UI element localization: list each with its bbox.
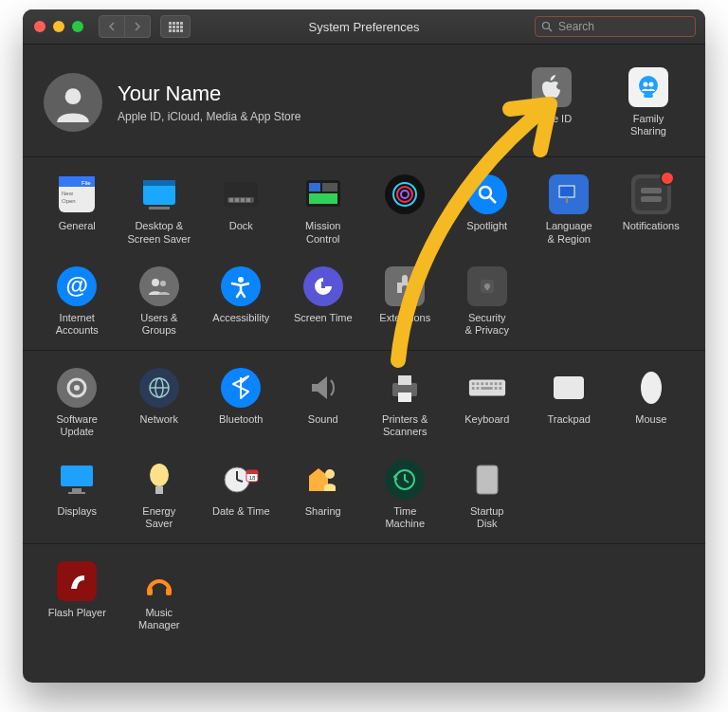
desktop-screensaver-item[interactable]: Desktop & Screen Saver xyxy=(123,174,195,245)
sharing-label: Sharing xyxy=(305,505,341,530)
siri-item[interactable] xyxy=(369,174,441,245)
svg-rect-57 xyxy=(494,382,497,385)
notifications-label: Notifications xyxy=(623,220,680,245)
accessibility-label: Accessibility xyxy=(212,312,269,337)
account-header: Your Name Apple ID, iCloud, Media & App … xyxy=(23,45,705,157)
svg-point-2 xyxy=(65,88,82,104)
users-groups-item[interactable]: Users & Groups xyxy=(123,266,195,337)
bluetooth-label: Bluetooth xyxy=(219,413,263,438)
svg-rect-82 xyxy=(166,588,172,595)
zoom-window-button[interactable] xyxy=(72,21,83,32)
language-label: Language & Region xyxy=(546,220,592,245)
screen-time-item[interactable]: Screen Time xyxy=(287,266,359,337)
sound-item[interactable]: Sound xyxy=(287,368,359,438)
forward-button[interactable] xyxy=(125,15,151,38)
flash-label: Flash Player xyxy=(48,607,106,631)
date-time-item[interactable]: 18 Date & Time xyxy=(205,460,277,530)
svg-rect-81 xyxy=(147,588,153,595)
grid-icon xyxy=(169,22,183,32)
user-avatar[interactable] xyxy=(44,73,102,132)
svg-point-37 xyxy=(160,281,166,286)
security-privacy-item[interactable]: Security & Privacy xyxy=(451,266,523,337)
keyboard-item[interactable]: Keyboard xyxy=(451,368,523,438)
flash-icon xyxy=(57,561,97,601)
at-icon: @ xyxy=(57,266,97,306)
search-icon xyxy=(541,21,553,32)
energy-saver-item[interactable]: Energy Saver xyxy=(123,460,195,530)
svg-rect-75 xyxy=(246,470,258,474)
mission-control-label: Mission Control xyxy=(305,220,340,245)
time-machine-label: Time Machine xyxy=(385,505,425,530)
svg-rect-14 xyxy=(149,207,170,210)
mission-control-item[interactable]: Mission Control xyxy=(287,174,359,245)
svg-rect-42 xyxy=(486,286,488,290)
printers-label: Printers & Scanners xyxy=(382,413,428,438)
minimize-window-button[interactable] xyxy=(53,21,64,32)
music-manager-icon xyxy=(139,561,179,601)
dock-icon xyxy=(221,174,261,214)
sharing-item[interactable]: Sharing xyxy=(287,460,359,530)
svg-rect-17 xyxy=(229,198,233,202)
extensions-item[interactable]: Extensions xyxy=(369,266,441,337)
extensions-label: Extensions xyxy=(379,312,430,337)
software-update-label: Software Update xyxy=(57,413,98,438)
time-machine-item[interactable]: Time Machine xyxy=(369,460,441,530)
svg-point-69 xyxy=(150,464,169,486)
trackpad-item[interactable]: Trackpad xyxy=(533,368,605,438)
close-window-button[interactable] xyxy=(34,21,46,32)
svg-text:18: 18 xyxy=(249,475,256,481)
search-input[interactable] xyxy=(556,19,702,34)
svg-rect-39 xyxy=(321,282,325,288)
svg-rect-56 xyxy=(490,382,493,385)
bluetooth-item[interactable]: Bluetooth xyxy=(205,368,277,438)
svg-point-5 xyxy=(649,82,654,87)
mouse-label: Mouse xyxy=(635,413,666,438)
mouse-icon xyxy=(631,368,671,408)
flash-player-item[interactable]: Flash Player xyxy=(41,561,113,631)
notifications-icon xyxy=(631,174,671,214)
general-item[interactable]: File New Open General xyxy=(41,174,113,245)
svg-rect-15 xyxy=(224,182,258,207)
sound-label: Sound xyxy=(308,413,338,438)
show-all-button[interactable] xyxy=(160,15,191,38)
apple-id-item[interactable]: Apple ID xyxy=(516,67,588,137)
svg-point-28 xyxy=(480,187,491,198)
spotlight-item[interactable]: Spotlight xyxy=(451,174,523,245)
accessibility-item[interactable]: Accessibility xyxy=(205,266,277,337)
svg-rect-34 xyxy=(641,188,662,193)
family-sharing-item[interactable]: Family Sharing xyxy=(612,67,684,137)
internet-accounts-item[interactable]: @ Internet Accounts xyxy=(41,266,113,337)
search-field[interactable] xyxy=(535,16,696,37)
user-name: Your Name xyxy=(118,82,516,106)
mouse-item[interactable]: Mouse xyxy=(615,368,687,438)
spotlight-label: Spotlight xyxy=(466,220,507,245)
svg-rect-58 xyxy=(499,382,501,385)
notifications-item[interactable]: Notifications xyxy=(615,174,687,245)
music-manager-item[interactable]: Music Manager xyxy=(123,561,195,631)
network-item[interactable]: Network xyxy=(123,368,195,438)
language-region-item[interactable]: Language & Region xyxy=(533,174,605,245)
sharing-icon xyxy=(303,460,343,500)
person-icon xyxy=(53,82,93,122)
desktop-icon xyxy=(139,174,179,214)
svg-rect-70 xyxy=(155,486,163,494)
network-label: Network xyxy=(140,413,178,438)
svg-text:New: New xyxy=(62,191,74,196)
accessibility-icon xyxy=(221,266,261,306)
svg-line-1 xyxy=(549,28,552,31)
apple-logo-icon xyxy=(532,67,572,107)
back-button[interactable] xyxy=(99,15,125,38)
dock-item[interactable]: Dock xyxy=(205,174,277,245)
svg-point-4 xyxy=(644,82,648,87)
security-label: Security & Privacy xyxy=(465,312,509,337)
displays-item[interactable]: Displays xyxy=(41,460,113,530)
software-update-item[interactable]: Software Update xyxy=(41,368,113,438)
printers-scanners-item[interactable]: Printers & Scanners xyxy=(369,368,441,438)
keyboard-label: Keyboard xyxy=(464,413,509,438)
titlebar: System Preferences xyxy=(23,9,705,45)
svg-text:File: File xyxy=(82,180,91,186)
family-sharing-label: Family Sharing xyxy=(630,113,666,137)
energy-label: Energy Saver xyxy=(142,505,175,530)
startup-disk-item[interactable]: Startup Disk xyxy=(451,460,523,530)
date-time-label: Date & Time xyxy=(212,505,270,530)
